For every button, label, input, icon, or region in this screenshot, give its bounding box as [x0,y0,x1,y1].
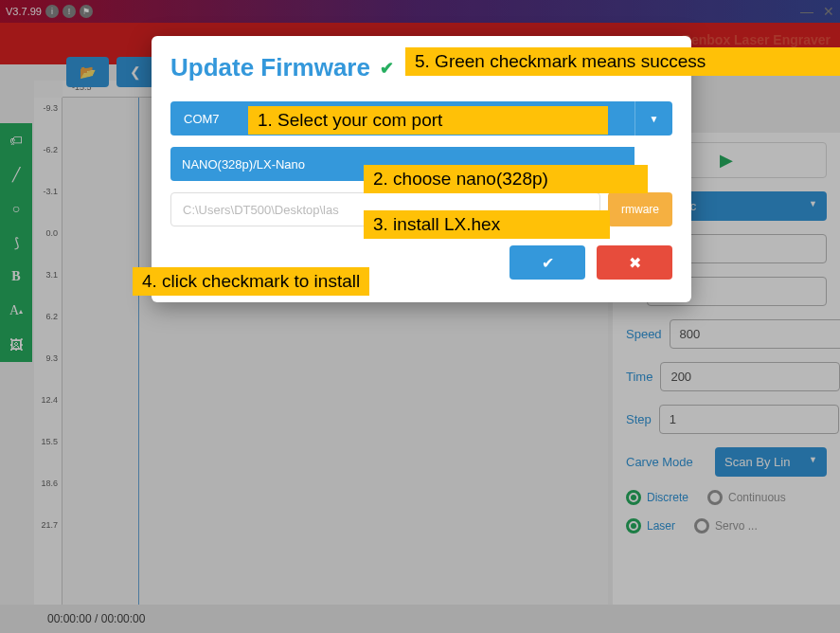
annotation-2: 2. choose nano(328p) [364,165,648,193]
annotation-4: 4. click checkmark to install [133,267,369,296]
check-icon: ✔ [542,255,554,271]
com-dropdown-caret[interactable]: ▼ [634,101,672,136]
checkmark-icon: ✔ [380,58,394,79]
cancel-button[interactable]: ✖ [597,245,672,280]
annotation-5: 5. Green checkmark means success [405,47,840,76]
close-icon: ✖ [629,255,641,271]
confirm-button[interactable]: ✔ [509,245,585,280]
annotation-1: 1. Select your com port [248,106,608,135]
firmware-browse-button[interactable]: rmware [608,192,672,226]
com-label: COM7 [170,101,237,136]
annotation-3: 3. install LX.hex [364,210,610,239]
